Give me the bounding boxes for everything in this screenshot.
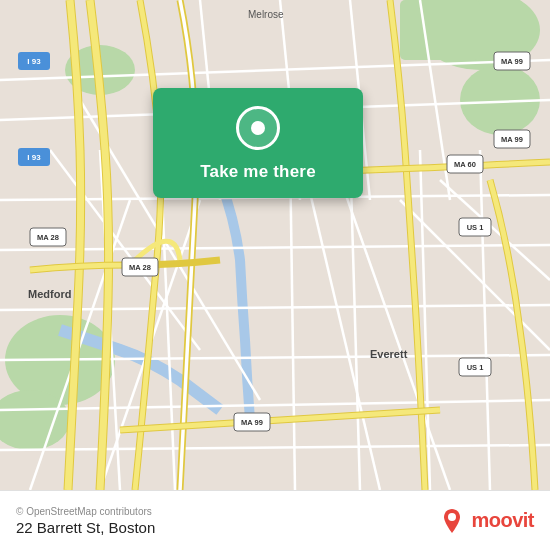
pin-dot [251,121,265,135]
map-svg: I 93 I 93 MA 28 MA 28 MA 99 MA 99 MA 60 … [0,0,550,490]
svg-line-22 [0,400,550,410]
svg-line-16 [290,150,295,490]
moovit-logo: moovit [438,507,534,535]
svg-line-29 [330,150,450,490]
svg-line-23 [0,445,550,450]
moovit-icon [438,507,466,535]
highway-label-ma60: MA 60 [454,160,476,169]
label-melrose: Melrose [248,9,284,20]
label-medford: Medford [28,288,71,300]
address-text: 22 Barrett St, Boston [16,519,155,536]
take-me-there-button[interactable]: Take me there [200,162,316,182]
svg-line-17 [350,150,360,490]
highway-label-us1-top: US 1 [467,223,484,232]
map-container: I 93 I 93 MA 28 MA 28 MA 99 MA 99 MA 60 … [0,0,550,490]
highway-label-ma99-mid: MA 99 [501,135,523,144]
svg-rect-5 [400,0,480,60]
location-pin-icon [236,106,280,150]
svg-line-28 [300,150,380,490]
highway-label-ma99-top: MA 99 [501,57,523,66]
bottom-bar: © OpenStreetMap contributors 22 Barrett … [0,490,550,550]
highway-label-us1-bottom: US 1 [467,363,484,372]
svg-line-20 [0,305,550,310]
highway-label-ma28-left: MA 28 [37,233,59,242]
svg-line-19 [480,150,490,490]
highway-label-ma99-bottom: MA 99 [241,418,263,427]
highway-label-ma28-mid: MA 28 [129,263,151,272]
svg-point-32 [448,513,456,521]
highway-label-i93-top: I 93 [27,57,41,66]
bottom-left-info: © OpenStreetMap contributors 22 Barrett … [16,506,155,536]
label-everett: Everett [370,348,408,360]
highway-label-i93-left: I 93 [27,153,41,162]
moovit-text: moovit [471,509,534,532]
location-card[interactable]: Take me there [153,88,363,198]
copyright-text: © OpenStreetMap contributors [16,506,155,517]
